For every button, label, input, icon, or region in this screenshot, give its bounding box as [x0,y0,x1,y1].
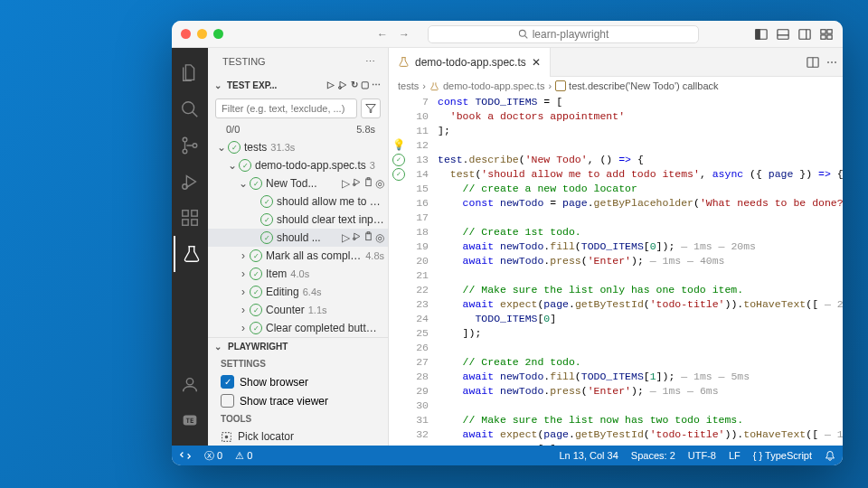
clipboard-icon[interactable] [363,177,373,190]
code-line[interactable]: 27 // Create 2nd todo. [389,355,843,370]
testing-icon[interactable] [174,236,208,272]
status-eol[interactable]: LF [729,450,741,461]
code-line[interactable]: 26 [389,341,843,355]
code-line[interactable]: 15 // create a new todo locator [389,182,843,196]
status-language[interactable]: { } TypeScript [753,450,812,461]
status-spaces[interactable]: Spaces: 2 [631,450,675,461]
back-arrow-icon[interactable]: ← [377,28,388,41]
reveal-icon[interactable]: ◎ [375,177,384,190]
playwright-header[interactable]: ⌄PLAYWRIGHT [208,337,388,355]
minimize-window[interactable] [197,29,207,39]
layout-panel-icon[interactable] [776,27,790,42]
more-actions-icon[interactable]: ⋯ [372,80,381,90]
code-line[interactable]: 31 // Make sure the list now has two tod… [389,413,843,427]
layout-secondary-icon[interactable] [797,27,812,42]
svg-rect-19 [183,211,188,216]
search-icon[interactable] [172,91,208,127]
code-line[interactable]: ✓14 test('should allow me to add todo it… [389,167,843,182]
filter-input[interactable] [215,99,357,118]
code-line[interactable]: ✓13test.describe('New Todo', () => { [389,153,843,167]
code-editor[interactable]: 7const TODO_ITEMS = [10 'book a doctors … [389,95,843,446]
status-cursor[interactable]: Ln 13, Col 34 [559,450,618,461]
code-line[interactable]: 11]; [389,124,843,138]
tree-group[interactable]: ›✓Mark all as completed4.8s [208,247,388,265]
code-line[interactable]: 22 // Make sure the list only has one to… [389,283,843,297]
code-line[interactable]: 32 await expect(page.getByTestId('todo-t… [389,427,843,442]
tree-group[interactable]: ›✓Counter1.1s [208,301,388,319]
maximize-window[interactable] [213,29,223,39]
account-icon[interactable] [172,366,208,402]
layout-customize-icon[interactable] [819,27,834,42]
run-icon[interactable]: ▷ [342,231,350,244]
tree-test[interactable]: ✓should allow me to add ... [208,192,388,211]
svg-point-16 [193,144,197,148]
checkbox-checked-icon: ✓ [221,375,234,389]
editor-tab[interactable]: demo-todo-app.spec.ts ✕ [389,48,551,77]
svg-rect-4 [778,29,788,39]
code-line[interactable]: 29 await newTodo.press('Enter'); — 1ms —… [389,384,843,399]
tree-file[interactable]: ⌄✓ demo-todo-app.spec.ts 3 [208,156,388,174]
code-line[interactable]: 💡12 [389,138,843,153]
explorer-icon[interactable] [172,55,208,91]
tree-group[interactable]: ›✓Clear completed button... [208,319,388,337]
command-center[interactable]: learn-playwright [428,25,699,43]
code-line[interactable]: 24 TODO_ITEMS[0] [389,312,843,326]
tree-root[interactable]: ⌄✓ tests 31.3s [208,138,388,156]
extensions-icon[interactable] [172,200,208,236]
tree-test[interactable]: ✓should ...▷◎ [208,229,388,247]
vscode-window: ← → learn-playwright [172,21,843,465]
code-line[interactable]: 20 await newTodo.press('Enter'); — 1ms —… [389,254,843,268]
refresh-icon[interactable]: ↻ [351,80,358,90]
run-all-icon[interactable]: ▷ [327,80,335,90]
clipboard-icon[interactable] [363,231,373,244]
code-line[interactable]: 10 'book a doctors appointment' [389,109,843,124]
code-line[interactable]: 30 [389,399,843,413]
tree-group-new-todo[interactable]: ⌄✓ New Tod... ▷ ◎ [208,174,388,192]
tree-group[interactable]: ›✓Editing6.4s [208,283,388,301]
code-line[interactable]: 18 // Create 1st todo. [389,225,843,239]
code-line[interactable]: 21 [389,268,843,283]
code-line[interactable]: 25 ]); [389,326,843,341]
code-line[interactable]: 17 [389,211,843,225]
forward-arrow-icon[interactable]: → [399,28,410,41]
tree-test[interactable]: ✓should clear text input f... [208,211,388,229]
close-tab-icon[interactable]: ✕ [532,56,541,69]
code-line[interactable]: 23 await expect(page.getByTestId('todo-t… [389,297,843,312]
svg-point-39 [225,436,227,437]
debug-icon[interactable] [172,164,208,200]
debug-test-icon[interactable] [352,177,362,190]
status-encoding[interactable]: UTF-8 [688,450,716,461]
remote-icon[interactable] [179,449,192,462]
run-icon[interactable]: ▷ [342,177,350,190]
status-errors[interactable]: ⓧ 0 [204,449,222,463]
statusbar: ⓧ 0 ⚠ 0 Ln 13, Col 34 Spaces: 2 UTF-8 LF… [172,446,843,465]
pick-locator[interactable]: Pick locator [208,427,388,446]
more-icon[interactable]: ⋯ [365,56,375,68]
settings-icon[interactable]: TE [172,402,208,438]
show-browser-option[interactable]: ✓ Show browser [208,372,388,391]
status-warnings[interactable]: ⚠ 0 [235,450,252,462]
code-line[interactable]: 16 const newTodo = page.getByPlaceholder… [389,196,843,211]
test-explorer-header[interactable]: ⌄ TEST EXP... ▷ ↻ ▢ ⋯ [208,75,388,95]
editor-more-icon[interactable]: ⋯ [826,56,837,69]
debug-test-icon[interactable] [352,231,362,244]
svg-marker-29 [366,105,376,113]
layout-primary-icon[interactable] [754,27,769,42]
code-line[interactable]: 7const TODO_ITEMS = [ [389,95,843,109]
bell-icon[interactable] [825,450,835,461]
stop-icon[interactable]: ▢ [361,80,369,90]
code-line[interactable]: 28 await newTodo.fill(TODO_ITEMS[1]); — … [389,370,843,384]
show-trace-option[interactable]: Show trace viewer [208,391,388,410]
split-editor-icon[interactable] [807,56,819,69]
debug-all-icon[interactable] [337,80,348,90]
source-control-icon[interactable] [172,127,208,164]
svg-point-15 [183,149,187,154]
search-icon [518,29,528,39]
tree-group[interactable]: ›✓Item4.0s [208,265,388,283]
filter-icon[interactable] [361,99,381,118]
code-line[interactable]: 19 await newTodo.fill(TODO_ITEMS[0]); — … [389,239,843,254]
svg-rect-9 [827,29,832,33]
breadcrumbs[interactable]: tests › demo-todo-app.spec.ts › test.des… [389,77,843,95]
close-window[interactable] [181,29,191,39]
reveal-icon[interactable]: ◎ [375,231,384,244]
